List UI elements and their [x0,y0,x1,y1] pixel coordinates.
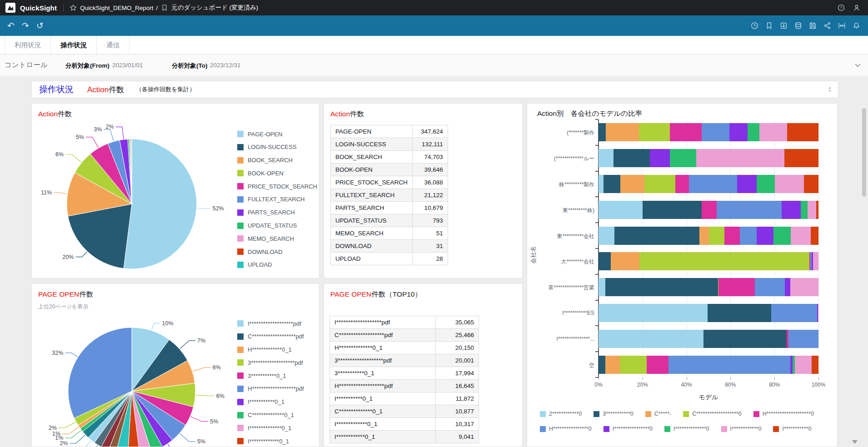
to-date-value[interactable]: 2023/12/31 [210,62,241,69]
pie-slice[interactable] [124,139,197,269]
bar-segment[interactable] [755,278,785,296]
stacked-bar[interactable] [599,330,818,348]
bar-segment[interactable] [702,201,716,219]
legend-item[interactable]: UPLOAD [237,262,317,268]
bar-segment[interactable] [599,227,614,245]
stacked-bar[interactable] [599,356,818,374]
bar-segment[interactable] [791,227,810,245]
tab-利用状況[interactable]: 利用状況 [5,36,50,54]
bar-segment[interactable] [811,227,818,245]
export-icon[interactable] [778,20,789,31]
bar-segment[interactable] [696,149,784,167]
bar-segment[interactable] [748,123,759,141]
bar-segment[interactable] [709,227,724,245]
bar-segment[interactable] [801,201,808,219]
bar-segment[interactable] [599,149,614,167]
bar-segment[interactable] [782,201,801,219]
bar-segment[interactable] [606,123,639,141]
legend-item[interactable]: I***********0_1 [237,399,304,405]
legend-item[interactable]: I****************0 [604,426,653,432]
legend-item[interactable]: C*******************0 [683,411,741,417]
tab-操作状況[interactable]: 操作状況 [50,36,96,54]
stacked-bar[interactable] [599,123,818,141]
bar-segment[interactable] [599,278,605,296]
bar-segment[interactable] [668,356,790,374]
legend-item[interactable]: H*******************pdf [237,386,304,392]
user-icon[interactable] [853,4,861,12]
legend-item[interactable]: I*************0_1 [237,438,304,444]
bookmark-icon[interactable] [764,20,774,31]
vertical-scrollbar-thumb[interactable] [862,108,866,197]
legend-item[interactable]: BOOK-OPEN [237,170,317,176]
bar-segment[interactable] [788,330,818,348]
bar-segment[interactable] [599,252,611,270]
stacked-bar[interactable] [599,252,818,270]
legend-item[interactable]: I************0 [721,426,762,432]
bar-segment[interactable] [808,201,816,219]
stacked-bar[interactable] [599,227,818,245]
bar-segment[interactable] [816,201,818,219]
bar-segment[interactable] [689,175,737,193]
bar-segment[interactable] [604,175,620,193]
bar-segment[interactable] [773,227,791,245]
legend-item[interactable]: 3***********0_1 [237,372,304,379]
help-icon[interactable]: ? [837,4,845,12]
share-icon[interactable] [822,20,833,31]
bar-segment[interactable] [795,356,812,374]
legend-item[interactable]: C**************0_1 [237,412,304,418]
stacked-bar[interactable] [599,201,818,219]
bar-segment[interactable] [702,123,730,141]
from-date-value[interactable]: 2023/01/01 [112,62,143,69]
legend-item[interactable]: 3*******************pdf [237,359,304,366]
bar-segment[interactable] [620,175,644,193]
legend-item[interactable]: BOOK_SEARCH [237,157,317,164]
bar-segment[interactable] [675,175,689,193]
bar-segment[interactable] [729,123,748,141]
legend-item[interactable]: PAGE-OPEN [237,131,317,137]
bar-segment[interactable] [775,175,804,193]
bar-segment[interactable] [639,123,670,141]
fit-width-icon[interactable] [837,20,847,31]
bar-segment[interactable] [708,304,771,322]
notifications-icon[interactable] [851,20,862,31]
bar-segment[interactable] [757,175,775,193]
bar-segment[interactable] [670,123,702,141]
stacked-bar[interactable] [599,304,818,322]
reset-icon[interactable]: ↺ [36,21,44,30]
chevron-down-icon[interactable] [854,61,862,71]
bar-segment[interactable] [812,356,818,374]
bar-segment[interactable] [717,201,782,219]
bar-segment[interactable] [614,149,650,167]
bar-segment[interactable] [804,175,818,193]
tab-通信[interactable]: 通信 [96,36,130,54]
bar-segment[interactable] [644,175,676,193]
bar-segment[interactable] [771,304,817,322]
scroll-down-arrow-icon[interactable] [852,440,858,444]
bookmark-icon[interactable] [160,4,169,12]
legend-item[interactable]: 2************0 [540,411,582,417]
bar-segment[interactable] [599,330,703,348]
bar-segment[interactable] [614,227,699,245]
widget-scroll-icon[interactable] [826,86,833,95]
bar-segment[interactable] [737,175,757,193]
legend-item[interactable]: PARTS_SEARCH [237,209,317,216]
bar-segment[interactable] [790,278,818,296]
legend-item[interactable]: MEMO_SEARCH [237,235,317,242]
legend-item[interactable]: FULLTEXT_SEARCH [237,196,317,203]
bar-segment[interactable] [703,330,787,348]
legend-item[interactable]: I***********0 [773,426,811,432]
bar-segment[interactable] [650,149,670,167]
bar-segment[interactable] [699,227,709,245]
bar-segment[interactable] [620,356,647,374]
bar-segment[interactable] [818,304,818,322]
legend-item[interactable]: C*******************pdf [237,333,304,340]
bar-segment[interactable] [643,201,702,219]
legend-item[interactable]: I**************0 [664,426,709,432]
bar-segment[interactable] [599,175,604,193]
legend-item[interactable]: I**************0_1 [237,425,304,431]
breadcrumb-report[interactable]: QuickSight_DEMO_Report [80,5,153,11]
bar-segment[interactable] [599,201,643,219]
bar-segment[interactable] [759,123,787,141]
bar-segment[interactable] [718,278,755,296]
legend-item[interactable]: LOGIN-SUCCESS [237,144,317,150]
